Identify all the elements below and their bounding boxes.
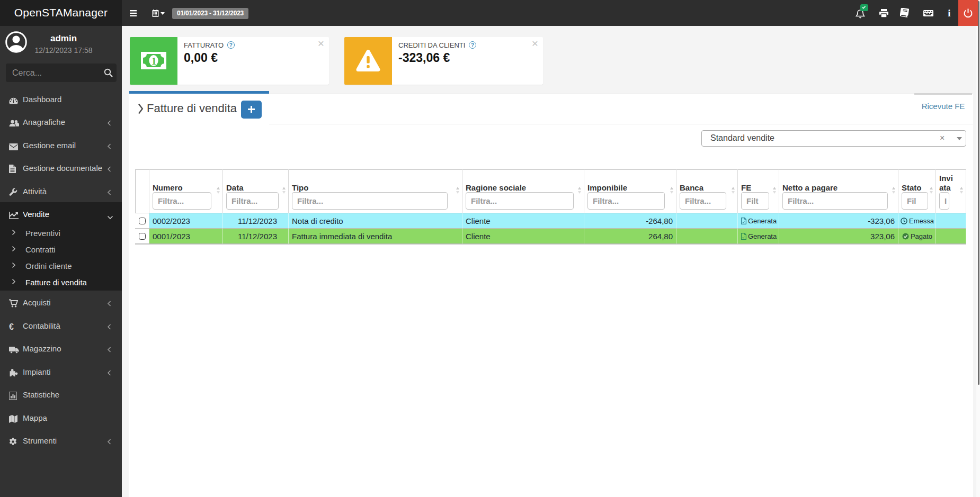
svg-text:1: 1 (152, 56, 157, 67)
svg-text:€: € (9, 322, 14, 331)
